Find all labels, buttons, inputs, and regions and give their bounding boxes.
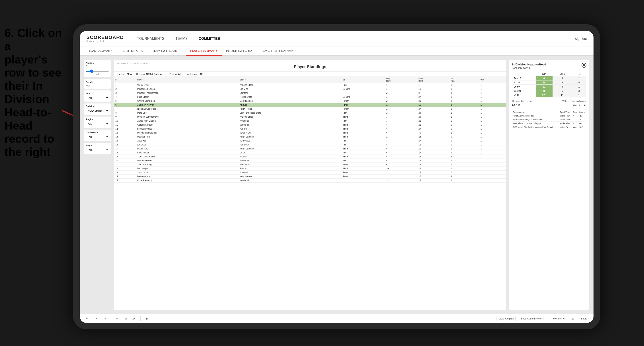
table-row[interactable]: 8 Mats Ege East Tennessee State Fifth 1 … (114, 111, 506, 115)
cell-no-rds: 2 (449, 95, 479, 99)
cell-player: David Ford (136, 147, 238, 151)
player-select[interactable]: (All) (86, 148, 109, 152)
cell-player: Wenyi Ding (136, 83, 238, 87)
redo-button[interactable]: ↪ (93, 316, 98, 321)
table-row[interactable]: 17 David Ford North Carolina Third 4 21 … (114, 147, 506, 151)
cell-no-rds: 0 (449, 87, 479, 91)
nav-committee[interactable]: COMMITTEE (199, 36, 220, 42)
region-select[interactable]: N/A (86, 122, 109, 126)
table-row[interactable]: 22 Ian Gilligan Florida Third 10 24 1 1 (114, 167, 506, 171)
table-row[interactable]: 18 Luke Powell UCLA First 6 24 1 1 (114, 151, 506, 155)
table-row[interactable]: 4 Luke Claton Florida State Second 1 27 … (114, 95, 506, 99)
cell-yr (342, 179, 385, 183)
conference-select[interactable]: (All) (86, 135, 109, 139)
tab-player-summary[interactable]: PLAYER SUMMARY (186, 46, 222, 56)
share-button-icon[interactable]: ⊡ (570, 316, 576, 321)
table-row[interactable]: 20 Matthew Riedel Vanderbilt Fifth 8 26 … (114, 159, 506, 163)
division-select[interactable]: NCAA Division I NCAA Division II NCAA Di… (86, 109, 109, 113)
nav-tournaments[interactable]: TOURNAMENTS (137, 36, 164, 42)
sign-out-button[interactable]: Sign out (575, 37, 587, 40)
h2h-tie-cell: 3 (572, 89, 586, 93)
h2h-range: >100 (512, 93, 536, 97)
cell-reg-rank: 2 (385, 91, 417, 95)
table-row[interactable]: 15 Jake Hall Tennessee Fifth 3 27 0 1 (114, 139, 506, 143)
tour-score: -7 (578, 118, 586, 122)
paste-button[interactable]: ▶ (132, 316, 137, 321)
cell-yr: Third (342, 167, 385, 171)
cell-player: Christo Lampracht (136, 99, 238, 103)
cell-reg-rank: 4 (385, 147, 417, 151)
cell-win: 1 (479, 87, 506, 91)
cell-player: Phichakun Maichon (136, 131, 238, 135)
table-row[interactable]: 24 Bastien Amat New Mexico Fourth 1 27 2… (114, 175, 506, 179)
cell-reg-rank: 1 (385, 107, 417, 111)
cell-school: Vanderbilt (238, 179, 342, 183)
clock-button[interactable]: ◉ (144, 316, 150, 321)
table-row[interactable]: 12 Brendan Valles Auburn Third 4 27 0 1 (114, 127, 506, 131)
cell-reg-rank: 3 (385, 139, 417, 143)
cell-no-rds: 8 (449, 83, 479, 87)
table-row[interactable]: 3 Michael Thorbjornsen Stanford 2 8 1 1 (114, 91, 506, 95)
cell-yr: Third (342, 147, 385, 151)
cell-no-rds: 2 (449, 111, 479, 115)
tab-player-h2h-heatmap[interactable]: PLAYER H2H HEATMAP (256, 46, 297, 56)
table-row[interactable]: 23 Jack Lundin Missouri Fourth 11 24 0 1 (114, 171, 506, 175)
cut-button[interactable]: ✂ (114, 316, 120, 321)
panel-header: Update time: 27/03/2024 16:56:26 Player … (114, 60, 506, 72)
tour-name: SEC Match Play hosted by Jerry Pate Roun… (512, 125, 558, 129)
save-custom-view-button[interactable]: Save Custom View (519, 316, 544, 321)
cell-player: Nicholas Gabrelcik (136, 107, 238, 111)
table-row[interactable]: 1 Wenyi Ding Arizona State First 1 1 8 1 (114, 83, 506, 87)
cell-reg-rank: 8 (385, 159, 417, 163)
cell-school: Florida (238, 167, 342, 171)
cell-win: 1 (479, 155, 506, 159)
table-row[interactable]: 21 Taehoon Song Washington Fourth 6 22 1… (114, 163, 506, 167)
tour-type: Stroke Play (558, 114, 572, 118)
h2h-loss-cell: 11 (553, 93, 572, 97)
tab-team-summary[interactable]: TEAM SUMMARY (84, 46, 116, 56)
watch-button[interactable]: 👁 Watch ▼ (550, 316, 567, 321)
year-select[interactable]: (All) First Second Third Fourth Fifth (86, 96, 109, 100)
tour-pos: Win (572, 125, 578, 129)
tab-player-h2h-grid[interactable]: PLAYER H2H GRID (222, 46, 256, 56)
table-row[interactable]: 6 Jackson Koivun Auburn First 1 16 0 1 (114, 103, 506, 107)
table-row[interactable]: 14 Maxwell Ford North Carolina Third 2 2… (114, 135, 506, 139)
h2h-close-button[interactable]: ✕ (582, 63, 586, 68)
cell-reg-rank: 6 (385, 163, 417, 167)
table-row[interactable]: 11 Gordon Sargent Vanderbilt Third 4 21 … (114, 123, 506, 127)
cell-no-rds: 0 (449, 123, 479, 127)
undo-button[interactable]: ↩ (84, 316, 90, 321)
h2h-tie-cell: 1 (572, 85, 586, 89)
table-row[interactable]: 13 Phichakun Maichon Texas A&M Third 6 3… (114, 131, 506, 135)
cell-player: Maxwell Ford (136, 135, 238, 139)
nav-teams[interactable]: TEAMS (176, 36, 188, 42)
no-rds-slider[interactable] (86, 71, 109, 72)
table-row[interactable]: 2 Michael La Sasso Ole Miss Second 1 19 … (114, 87, 506, 91)
tab-team-h2h-grid[interactable]: TEAM H2H GRID (116, 46, 148, 56)
tab-team-h2h-heatmap[interactable]: TEAM H2H HEATMAP (148, 46, 186, 56)
table-row[interactable]: 10 Jacob Mox-Olesen Arkansas Fifth 3 21 … (114, 119, 506, 123)
cell-yr: Fourth (342, 163, 385, 167)
table-row[interactable]: 19 Tiger Christensen Arizona Third 8 23 … (114, 155, 506, 159)
cell-no-rds: 1 (449, 147, 479, 151)
h2h-header: In Division Head-to-Head Jackson Koivun … (512, 63, 586, 70)
table-row[interactable]: 16 Alex Goff Kentucky Fifth 8 19 0 1 (114, 143, 506, 147)
sidebar-filters: No Rds. 6 12 Gender Men Year (All) First (84, 60, 111, 310)
cell-conf-rank: 27 (417, 107, 449, 111)
share-button[interactable]: Share (579, 316, 589, 321)
refresh-button[interactable]: ⟳ (102, 316, 108, 321)
cell-conf-rank: 23 (417, 179, 449, 183)
cell-reg-rank: 1 (385, 103, 417, 107)
table-row[interactable]: 25 Cole Sherwood Vanderbilt 12 23 1 1 (114, 179, 506, 183)
copy-button[interactable]: ⧉ (123, 316, 128, 321)
table-row[interactable]: 9 Preston Summerhays Arizona State Third… (114, 115, 506, 119)
table-row[interactable]: 7 Nicholas Gabrelcik North Florida Fourt… (114, 107, 506, 111)
view-original-button[interactable]: View: Original (496, 316, 516, 321)
table-row[interactable]: 5 Christo Lampracht Georgia Tech Fourth … (114, 99, 506, 103)
cell-conf-rank: 27 (417, 127, 449, 131)
tour-pos: 4 (572, 114, 578, 118)
col-num: # (114, 77, 136, 83)
cell-school: Vanderbilt (238, 159, 342, 163)
cell-conf-rank: 21 (417, 147, 449, 151)
cell-no-rds: 2 (449, 115, 479, 119)
